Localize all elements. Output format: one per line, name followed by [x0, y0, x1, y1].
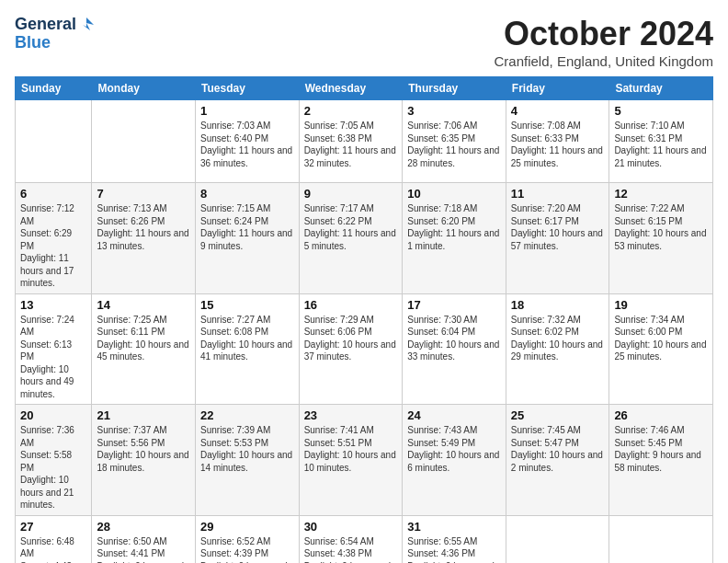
month-title: October 2024	[495, 15, 713, 53]
day-info: Sunrise: 6:50 AM Sunset: 4:41 PM Dayligh…	[97, 535, 190, 564]
location-title: Cranfield, England, United Kingdom	[495, 53, 713, 69]
calendar-cell	[16, 100, 92, 183]
day-number: 12	[614, 187, 708, 201]
logo-blue-text: Blue	[15, 34, 51, 51]
day-info: Sunrise: 7:12 AM Sunset: 6:29 PM Dayligh…	[20, 202, 86, 290]
day-info: Sunrise: 7:45 AM Sunset: 5:47 PM Dayligh…	[511, 424, 605, 474]
calendar-cell: 7Sunrise: 7:13 AM Sunset: 6:26 PM Daylig…	[92, 183, 196, 294]
day-number: 19	[614, 298, 708, 312]
day-number: 10	[407, 187, 501, 201]
calendar-table: SundayMondayTuesdayWednesdayThursdayFrid…	[15, 76, 713, 563]
calendar-cell	[609, 515, 713, 563]
day-number: 24	[407, 408, 501, 422]
calendar-cell	[92, 100, 196, 183]
day-number: 2	[304, 104, 398, 118]
day-number: 13	[20, 298, 86, 312]
calendar-cell: 8Sunrise: 7:15 AM Sunset: 6:24 PM Daylig…	[196, 183, 300, 294]
day-info: Sunrise: 7:39 AM Sunset: 5:53 PM Dayligh…	[200, 424, 294, 474]
day-number: 14	[97, 298, 190, 312]
day-info: Sunrise: 7:20 AM Sunset: 6:17 PM Dayligh…	[511, 202, 605, 252]
col-header-wednesday: Wednesday	[299, 77, 403, 100]
day-number: 9	[304, 187, 398, 201]
day-info: Sunrise: 7:30 AM Sunset: 6:04 PM Dayligh…	[407, 314, 501, 363]
day-number: 28	[97, 520, 190, 534]
day-info: Sunrise: 7:41 AM Sunset: 5:51 PM Dayligh…	[304, 424, 398, 474]
day-number: 15	[200, 298, 294, 312]
day-info: Sunrise: 7:25 AM Sunset: 6:11 PM Dayligh…	[97, 314, 190, 363]
day-info: Sunrise: 7:27 AM Sunset: 6:08 PM Dayligh…	[200, 314, 294, 363]
calendar-cell: 26Sunrise: 7:46 AM Sunset: 5:45 PM Dayli…	[609, 405, 713, 516]
col-header-saturday: Saturday	[609, 77, 713, 100]
calendar-cell: 19Sunrise: 7:34 AM Sunset: 6:00 PM Dayli…	[609, 293, 713, 405]
day-info: Sunrise: 7:22 AM Sunset: 6:15 PM Dayligh…	[614, 202, 708, 252]
day-number: 26	[614, 408, 708, 422]
calendar-cell: 10Sunrise: 7:18 AM Sunset: 6:20 PM Dayli…	[403, 183, 506, 294]
day-info: Sunrise: 7:08 AM Sunset: 6:33 PM Dayligh…	[511, 120, 605, 169]
day-info: Sunrise: 7:24 AM Sunset: 6:13 PM Dayligh…	[20, 314, 86, 401]
calendar-cell: 23Sunrise: 7:41 AM Sunset: 5:51 PM Dayli…	[299, 405, 403, 516]
day-info: Sunrise: 7:18 AM Sunset: 6:20 PM Dayligh…	[407, 202, 501, 252]
day-number: 21	[97, 408, 190, 422]
calendar-cell: 22Sunrise: 7:39 AM Sunset: 5:53 PM Dayli…	[196, 405, 300, 516]
logo-general: General	[15, 15, 76, 34]
day-info: Sunrise: 7:37 AM Sunset: 5:56 PM Dayligh…	[97, 424, 190, 474]
calendar-cell: 21Sunrise: 7:37 AM Sunset: 5:56 PM Dayli…	[92, 405, 196, 516]
day-number: 16	[304, 298, 398, 312]
day-info: Sunrise: 7:05 AM Sunset: 6:38 PM Dayligh…	[304, 120, 398, 169]
calendar-cell: 29Sunrise: 6:52 AM Sunset: 4:39 PM Dayli…	[196, 515, 300, 563]
day-number: 25	[511, 408, 605, 422]
col-header-tuesday: Tuesday	[196, 77, 300, 100]
title-block: October 2024 Cranfield, England, United …	[495, 15, 713, 69]
day-info: Sunrise: 7:36 AM Sunset: 5:58 PM Dayligh…	[20, 424, 86, 511]
day-info: Sunrise: 7:15 AM Sunset: 6:24 PM Dayligh…	[200, 202, 294, 252]
calendar-cell: 18Sunrise: 7:32 AM Sunset: 6:02 PM Dayli…	[506, 293, 609, 405]
day-number: 7	[97, 187, 190, 201]
day-number: 3	[407, 104, 501, 118]
day-number: 31	[407, 520, 501, 534]
day-info: Sunrise: 6:54 AM Sunset: 4:38 PM Dayligh…	[304, 535, 398, 564]
calendar-cell: 31Sunrise: 6:55 AM Sunset: 4:36 PM Dayli…	[403, 515, 506, 563]
calendar-cell: 28Sunrise: 6:50 AM Sunset: 4:41 PM Dayli…	[92, 515, 196, 563]
calendar-cell: 4Sunrise: 7:08 AM Sunset: 6:33 PM Daylig…	[506, 100, 609, 183]
calendar-cell: 2Sunrise: 7:05 AM Sunset: 6:38 PM Daylig…	[299, 100, 403, 183]
day-info: Sunrise: 7:29 AM Sunset: 6:06 PM Dayligh…	[304, 314, 398, 363]
day-number: 23	[304, 408, 398, 422]
day-info: Sunrise: 7:13 AM Sunset: 6:26 PM Dayligh…	[97, 202, 190, 252]
calendar-cell: 3Sunrise: 7:06 AM Sunset: 6:35 PM Daylig…	[403, 100, 506, 183]
logo-bird-icon	[77, 16, 96, 34]
day-number: 30	[304, 520, 398, 534]
calendar-cell: 14Sunrise: 7:25 AM Sunset: 6:11 PM Dayli…	[92, 293, 196, 405]
calendar-cell: 30Sunrise: 6:54 AM Sunset: 4:38 PM Dayli…	[299, 515, 403, 563]
col-header-thursday: Thursday	[403, 77, 506, 100]
page-header: General Blue October 2024 Cranfield, Eng…	[15, 15, 713, 69]
logo: General Blue	[15, 15, 97, 51]
day-info: Sunrise: 7:03 AM Sunset: 6:40 PM Dayligh…	[200, 120, 294, 169]
day-number: 6	[20, 187, 86, 201]
calendar-cell: 20Sunrise: 7:36 AM Sunset: 5:58 PM Dayli…	[16, 405, 92, 516]
day-number: 20	[20, 408, 86, 422]
day-info: Sunrise: 7:46 AM Sunset: 5:45 PM Dayligh…	[614, 424, 708, 474]
day-number: 11	[511, 187, 605, 201]
day-number: 8	[200, 187, 294, 201]
calendar-cell: 16Sunrise: 7:29 AM Sunset: 6:06 PM Dayli…	[299, 293, 403, 405]
calendar-cell: 25Sunrise: 7:45 AM Sunset: 5:47 PM Dayli…	[506, 405, 609, 516]
col-header-monday: Monday	[92, 77, 196, 100]
day-info: Sunrise: 7:43 AM Sunset: 5:49 PM Dayligh…	[407, 424, 501, 474]
day-info: Sunrise: 7:17 AM Sunset: 6:22 PM Dayligh…	[304, 202, 398, 252]
calendar-cell: 27Sunrise: 6:48 AM Sunset: 4:43 PM Dayli…	[16, 515, 92, 563]
calendar-cell	[506, 515, 609, 563]
day-info: Sunrise: 6:52 AM Sunset: 4:39 PM Dayligh…	[200, 535, 294, 564]
calendar-cell: 9Sunrise: 7:17 AM Sunset: 6:22 PM Daylig…	[299, 183, 403, 294]
day-number: 22	[200, 408, 294, 422]
calendar-cell: 15Sunrise: 7:27 AM Sunset: 6:08 PM Dayli…	[196, 293, 300, 405]
day-number: 17	[407, 298, 501, 312]
col-header-friday: Friday	[506, 77, 609, 100]
day-number: 1	[200, 104, 294, 118]
day-number: 5	[614, 104, 708, 118]
day-info: Sunrise: 7:10 AM Sunset: 6:31 PM Dayligh…	[614, 120, 708, 169]
day-info: Sunrise: 7:32 AM Sunset: 6:02 PM Dayligh…	[511, 314, 605, 363]
calendar-cell: 12Sunrise: 7:22 AM Sunset: 6:15 PM Dayli…	[609, 183, 713, 294]
day-number: 18	[511, 298, 605, 312]
day-info: Sunrise: 6:55 AM Sunset: 4:36 PM Dayligh…	[407, 535, 501, 564]
day-info: Sunrise: 7:06 AM Sunset: 6:35 PM Dayligh…	[407, 120, 501, 169]
